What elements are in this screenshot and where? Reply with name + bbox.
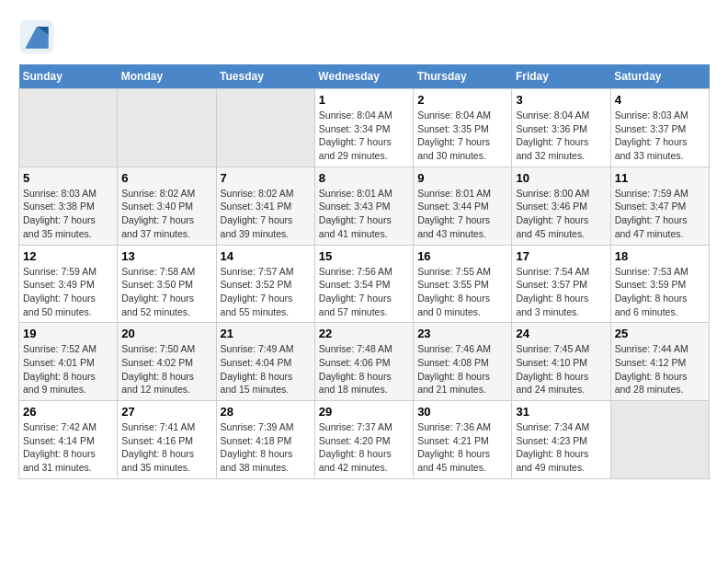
- calendar-cell: 30Sunrise: 7:36 AM Sunset: 4:21 PM Dayli…: [414, 401, 512, 479]
- day-info: Sunrise: 7:44 AM Sunset: 4:12 PM Dayligh…: [615, 342, 705, 396]
- day-number: 6: [121, 171, 211, 185]
- calendar-cell: 11Sunrise: 7:59 AM Sunset: 3:47 PM Dayli…: [610, 167, 709, 245]
- logo: [18, 18, 59, 55]
- calendar-cell: [118, 89, 216, 167]
- day-info: Sunrise: 7:55 AM Sunset: 3:55 PM Dayligh…: [417, 265, 507, 319]
- day-number: 21: [221, 327, 311, 340]
- day-number: 3: [516, 93, 606, 107]
- day-number: 26: [23, 405, 113, 419]
- calendar-cell: [610, 401, 709, 479]
- day-number: 15: [319, 249, 409, 263]
- day-info: Sunrise: 7:50 AM Sunset: 4:02 PM Dayligh…: [121, 342, 211, 396]
- day-info: Sunrise: 7:48 AM Sunset: 4:06 PM Dayligh…: [319, 342, 409, 396]
- day-info: Sunrise: 7:46 AM Sunset: 4:08 PM Dayligh…: [417, 342, 507, 396]
- calendar-cell: 1Sunrise: 8:04 AM Sunset: 3:34 PM Daylig…: [314, 89, 413, 167]
- day-number: 19: [23, 327, 113, 340]
- page-header: [18, 18, 710, 55]
- day-info: Sunrise: 7:59 AM Sunset: 3:49 PM Dayligh…: [23, 265, 113, 319]
- day-info: Sunrise: 7:49 AM Sunset: 4:04 PM Dayligh…: [221, 342, 311, 396]
- day-info: Sunrise: 7:52 AM Sunset: 4:01 PM Dayligh…: [23, 342, 113, 396]
- weekday-header-thursday: Thursday: [414, 64, 512, 89]
- day-info: Sunrise: 8:04 AM Sunset: 3:36 PM Dayligh…: [516, 109, 606, 163]
- day-number: 25: [615, 327, 705, 340]
- calendar-cell: 28Sunrise: 7:39 AM Sunset: 4:18 PM Dayli…: [216, 401, 314, 479]
- calendar-cell: 31Sunrise: 7:34 AM Sunset: 4:23 PM Dayli…: [512, 401, 610, 479]
- day-info: Sunrise: 8:00 AM Sunset: 3:46 PM Dayligh…: [516, 187, 606, 241]
- calendar-cell: 9Sunrise: 8:01 AM Sunset: 3:44 PM Daylig…: [414, 167, 512, 245]
- day-number: 13: [121, 249, 211, 263]
- calendar-cell: 10Sunrise: 8:00 AM Sunset: 3:46 PM Dayli…: [512, 167, 610, 245]
- calendar-cell: [19, 89, 118, 167]
- calendar-cell: 16Sunrise: 7:55 AM Sunset: 3:55 PM Dayli…: [414, 245, 512, 323]
- week-row-2: 5Sunrise: 8:03 AM Sunset: 3:38 PM Daylig…: [19, 167, 710, 245]
- week-row-5: 26Sunrise: 7:42 AM Sunset: 4:14 PM Dayli…: [19, 401, 710, 479]
- calendar-cell: 24Sunrise: 7:45 AM Sunset: 4:10 PM Dayli…: [512, 323, 610, 401]
- day-info: Sunrise: 7:57 AM Sunset: 3:52 PM Dayligh…: [221, 265, 311, 319]
- day-info: Sunrise: 8:02 AM Sunset: 3:41 PM Dayligh…: [221, 187, 311, 241]
- calendar-cell: 15Sunrise: 7:56 AM Sunset: 3:54 PM Dayli…: [314, 245, 413, 323]
- calendar-cell: 23Sunrise: 7:46 AM Sunset: 4:08 PM Dayli…: [414, 323, 512, 401]
- day-info: Sunrise: 8:04 AM Sunset: 3:34 PM Dayligh…: [319, 109, 409, 163]
- weekday-header-sunday: Sunday: [19, 64, 118, 89]
- day-number: 14: [221, 249, 311, 263]
- day-info: Sunrise: 7:45 AM Sunset: 4:10 PM Dayligh…: [516, 342, 606, 396]
- calendar-cell: 26Sunrise: 7:42 AM Sunset: 4:14 PM Dayli…: [19, 401, 118, 479]
- day-info: Sunrise: 8:04 AM Sunset: 3:35 PM Dayligh…: [417, 109, 507, 163]
- day-number: 31: [516, 405, 606, 419]
- day-info: Sunrise: 8:03 AM Sunset: 3:37 PM Dayligh…: [615, 109, 705, 163]
- day-number: 8: [319, 171, 409, 185]
- calendar-cell: 18Sunrise: 7:53 AM Sunset: 3:59 PM Dayli…: [610, 245, 709, 323]
- calendar-cell: 17Sunrise: 7:54 AM Sunset: 3:57 PM Dayli…: [512, 245, 610, 323]
- day-number: 12: [23, 249, 113, 263]
- weekday-header-monday: Monday: [118, 64, 216, 89]
- day-info: Sunrise: 8:03 AM Sunset: 3:38 PM Dayligh…: [23, 187, 113, 241]
- calendar-table: SundayMondayTuesdayWednesdayThursdayFrid…: [18, 64, 710, 479]
- calendar-cell: [216, 89, 314, 167]
- calendar-cell: 12Sunrise: 7:59 AM Sunset: 3:49 PM Dayli…: [19, 245, 118, 323]
- logo-icon: [18, 18, 55, 55]
- day-number: 24: [516, 327, 606, 340]
- week-row-4: 19Sunrise: 7:52 AM Sunset: 4:01 PM Dayli…: [19, 323, 710, 401]
- calendar-cell: 20Sunrise: 7:50 AM Sunset: 4:02 PM Dayli…: [118, 323, 216, 401]
- day-number: 10: [516, 171, 606, 185]
- calendar-cell: 4Sunrise: 8:03 AM Sunset: 3:37 PM Daylig…: [610, 89, 709, 167]
- calendar-cell: 21Sunrise: 7:49 AM Sunset: 4:04 PM Dayli…: [216, 323, 314, 401]
- day-info: Sunrise: 8:02 AM Sunset: 3:40 PM Dayligh…: [121, 187, 211, 241]
- day-number: 28: [221, 405, 311, 419]
- day-number: 16: [417, 249, 507, 263]
- weekday-header-friday: Friday: [512, 64, 610, 89]
- calendar-cell: 29Sunrise: 7:37 AM Sunset: 4:20 PM Dayli…: [314, 401, 413, 479]
- calendar-cell: 25Sunrise: 7:44 AM Sunset: 4:12 PM Dayli…: [610, 323, 709, 401]
- day-number: 2: [417, 93, 507, 107]
- day-number: 20: [121, 327, 211, 340]
- day-number: 29: [319, 405, 409, 419]
- day-info: Sunrise: 7:41 AM Sunset: 4:16 PM Dayligh…: [121, 420, 211, 475]
- calendar-cell: 3Sunrise: 8:04 AM Sunset: 3:36 PM Daylig…: [512, 89, 610, 167]
- calendar-cell: 2Sunrise: 8:04 AM Sunset: 3:35 PM Daylig…: [414, 89, 512, 167]
- day-number: 1: [319, 93, 409, 107]
- day-number: 11: [615, 171, 705, 185]
- day-number: 9: [417, 171, 507, 185]
- header-row: SundayMondayTuesdayWednesdayThursdayFrid…: [19, 64, 710, 89]
- day-info: Sunrise: 7:59 AM Sunset: 3:47 PM Dayligh…: [615, 187, 705, 241]
- day-number: 30: [417, 405, 507, 419]
- day-info: Sunrise: 7:53 AM Sunset: 3:59 PM Dayligh…: [615, 265, 705, 319]
- day-info: Sunrise: 7:54 AM Sunset: 3:57 PM Dayligh…: [516, 265, 606, 319]
- weekday-header-tuesday: Tuesday: [216, 64, 314, 89]
- day-info: Sunrise: 7:42 AM Sunset: 4:14 PM Dayligh…: [23, 420, 113, 475]
- weekday-header-wednesday: Wednesday: [314, 64, 413, 89]
- day-number: 18: [615, 249, 705, 263]
- weekday-header-saturday: Saturday: [610, 64, 709, 89]
- calendar-cell: 27Sunrise: 7:41 AM Sunset: 4:16 PM Dayli…: [118, 401, 216, 479]
- calendar-cell: 19Sunrise: 7:52 AM Sunset: 4:01 PM Dayli…: [19, 323, 118, 401]
- week-row-1: 1Sunrise: 8:04 AM Sunset: 3:34 PM Daylig…: [19, 89, 710, 167]
- calendar-cell: 8Sunrise: 8:01 AM Sunset: 3:43 PM Daylig…: [314, 167, 413, 245]
- calendar-cell: 6Sunrise: 8:02 AM Sunset: 3:40 PM Daylig…: [118, 167, 216, 245]
- calendar-cell: 22Sunrise: 7:48 AM Sunset: 4:06 PM Dayli…: [314, 323, 413, 401]
- calendar-cell: 7Sunrise: 8:02 AM Sunset: 3:41 PM Daylig…: [216, 167, 314, 245]
- day-number: 5: [23, 171, 113, 185]
- day-info: Sunrise: 8:01 AM Sunset: 3:44 PM Dayligh…: [417, 187, 507, 241]
- day-info: Sunrise: 7:39 AM Sunset: 4:18 PM Dayligh…: [221, 420, 311, 475]
- day-info: Sunrise: 7:36 AM Sunset: 4:21 PM Dayligh…: [417, 420, 507, 475]
- day-number: 23: [417, 327, 507, 340]
